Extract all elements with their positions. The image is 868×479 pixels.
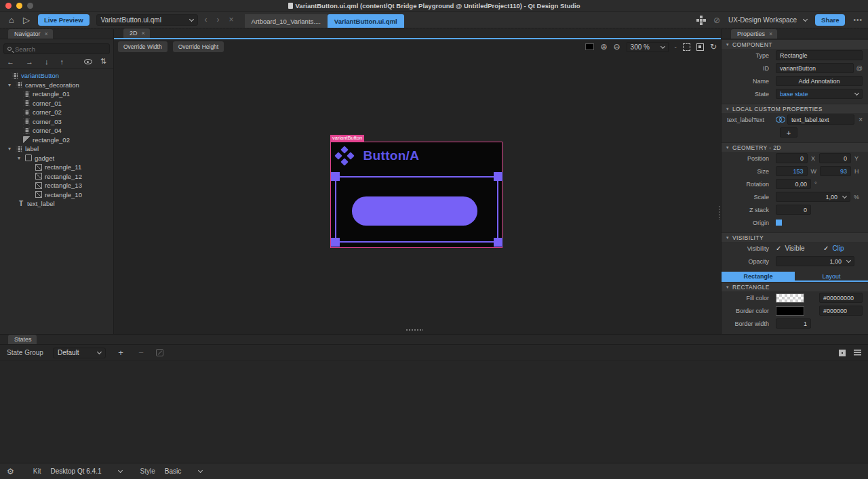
background-color-swatch[interactable]: [585, 43, 594, 50]
position-x-field[interactable]: 0: [776, 153, 808, 163]
tree-item-corner-03[interactable]: corner_03: [0, 117, 113, 127]
more-options-icon[interactable]: •••: [853, 16, 863, 24]
tree-item-text-label[interactable]: Ttext_label: [0, 199, 113, 209]
remove-property-icon[interactable]: ×: [859, 116, 863, 123]
move-down-icon[interactable]: ↓: [45, 58, 49, 66]
tab-2d[interactable]: 2D ×: [123, 28, 150, 38]
add-state-group-icon[interactable]: +: [115, 348, 126, 358]
button-background-rectangle[interactable]: [352, 196, 477, 226]
fit-screen-icon[interactable]: [683, 43, 690, 51]
override-width-button[interactable]: Override Width: [118, 41, 167, 52]
workspace-dropdown[interactable]: UX-Design Workspace: [728, 16, 807, 24]
tree-item-rectangle-10[interactable]: rectangle_10: [0, 190, 113, 200]
zoom-in-icon[interactable]: ⊕: [600, 42, 607, 51]
tree-item-canvas-decoration[interactable]: ▾canvas_decoration: [0, 81, 113, 90]
style-dropdown[interactable]: Basic: [165, 467, 202, 475]
artboard-variantbutton[interactable]: Button/A: [330, 142, 502, 248]
splitter-handle[interactable]: [406, 329, 423, 331]
tree-item-rectangle-13[interactable]: rectangle_13: [0, 181, 113, 190]
tree-item-rectangle-11[interactable]: rectangle_11: [0, 163, 113, 172]
tab-artboard-10-variants[interactable]: Artboard_10_Variants....: [245, 14, 328, 28]
visibility-eye-icon[interactable]: [84, 59, 92, 64]
list-view-icon[interactable]: [854, 350, 861, 356]
remove-state-group-icon[interactable]: −: [136, 348, 146, 358]
button-text-label[interactable]: Button/A: [363, 148, 420, 163]
border-color-hex-field[interactable]: #000000: [819, 306, 863, 316]
splitter-handle[interactable]: [718, 205, 720, 220]
tree-item-rectangle-01[interactable]: rectangle_01: [0, 89, 113, 99]
tree-item-gadget[interactable]: ▾gadget: [0, 154, 113, 163]
tree-item-corner-04[interactable]: corner_04: [0, 126, 113, 136]
sort-icon[interactable]: ⇅: [100, 57, 106, 66]
annotation-at-icon[interactable]: @: [856, 65, 863, 72]
rename-state-group-icon[interactable]: [156, 349, 163, 356]
add-annotation-button[interactable]: Add Annotation: [776, 76, 863, 86]
tree-item-corner-02[interactable]: corner_02: [0, 108, 113, 117]
resize-handle[interactable]: [331, 172, 340, 181]
zoom-level-dropdown[interactable]: 300 %: [627, 42, 669, 52]
back-button[interactable]: ‹: [205, 15, 208, 24]
properties-tab[interactable]: Properties ×: [731, 29, 777, 39]
resize-handle[interactable]: [331, 238, 340, 247]
border-color-swatch[interactable]: [776, 306, 804, 316]
position-y-field[interactable]: 0: [819, 153, 851, 163]
zstack-field[interactable]: 0: [776, 205, 811, 215]
caret-down-icon[interactable]: ▾: [18, 155, 22, 161]
resize-handle[interactable]: [494, 172, 502, 181]
section-rectangle[interactable]: ▾RECTANGLE: [722, 282, 868, 291]
artboard-tag[interactable]: variantButton: [330, 135, 364, 142]
override-height-button[interactable]: Override Height: [173, 41, 224, 52]
caret-down-icon[interactable]: ▾: [8, 146, 13, 152]
tree-item-variantbutton[interactable]: variantButton: [0, 71, 113, 81]
rotation-field[interactable]: 0,00: [776, 179, 811, 189]
kit-dropdown[interactable]: Desktop Qt 6.4.1: [50, 467, 122, 475]
transform-tool-icon[interactable]: [700, 19, 703, 22]
close-icon[interactable]: ×: [45, 30, 48, 37]
clip-checkbox[interactable]: ✓Clip: [823, 245, 844, 252]
disabled-icon[interactable]: ⊘: [713, 16, 720, 25]
binding-link-icon[interactable]: [776, 117, 785, 123]
scale-dropdown[interactable]: 1,00: [776, 192, 850, 202]
close-document-button[interactable]: ×: [229, 15, 234, 24]
navigator-tab[interactable]: Navigator ×: [8, 29, 53, 39]
state-group-dropdown[interactable]: Default: [53, 348, 106, 358]
tree-item-rectangle-02[interactable]: rectangle_02: [0, 136, 113, 145]
subtab-rectangle[interactable]: Rectangle: [722, 272, 795, 280]
size-h-field[interactable]: 93: [820, 166, 852, 176]
move-up-icon[interactable]: ↑: [60, 58, 64, 66]
forward-button[interactable]: ›: [217, 15, 220, 24]
caret-down-icon[interactable]: ▾: [8, 82, 13, 88]
size-w-field[interactable]: 153: [776, 166, 808, 176]
tree-item-corner-01[interactable]: corner_01: [0, 99, 113, 108]
subtab-layout[interactable]: Layout: [795, 272, 868, 280]
border-width-field[interactable]: 1: [776, 318, 811, 329]
reset-view-icon[interactable]: ↻: [710, 42, 717, 51]
design-canvas[interactable]: variantButton Button/A: [114, 54, 721, 333]
section-geometry-2d[interactable]: ▾GEOMETRY - 2D: [722, 142, 868, 152]
origin-selector[interactable]: [776, 220, 782, 226]
add-property-button[interactable]: +: [780, 127, 797, 138]
binding-expression-field[interactable]: text_label.text: [787, 114, 854, 125]
tree-item-rectangle-12[interactable]: rectangle_12: [0, 172, 113, 182]
live-preview-button[interactable]: Live Preview: [38, 14, 90, 26]
open-document-dropdown[interactable]: VariantButton.ui.qml: [96, 14, 198, 26]
run-icon[interactable]: ▷: [19, 15, 34, 25]
tree-item-label[interactable]: ▾label: [0, 144, 113, 154]
id-field[interactable]: variantButton: [776, 63, 854, 73]
home-icon[interactable]: ⌂: [4, 15, 19, 25]
section-visibility[interactable]: ▾VISIBILITY: [722, 232, 868, 242]
close-icon[interactable]: ×: [142, 30, 145, 37]
grid-view-icon[interactable]: [839, 350, 846, 356]
opacity-dropdown[interactable]: 1,00: [776, 256, 854, 266]
search-input[interactable]: [15, 45, 106, 53]
close-icon[interactable]: ×: [769, 30, 772, 37]
resize-handle[interactable]: [494, 238, 502, 247]
tab-variantbutton-ui-qml[interactable]: VariantButton.ui.qml: [328, 14, 404, 28]
fill-color-swatch[interactable]: [776, 293, 804, 303]
gear-icon[interactable]: ⚙: [7, 467, 14, 476]
states-tab[interactable]: States: [8, 335, 37, 344]
zoom-out-icon[interactable]: ⊖: [614, 42, 620, 51]
share-button[interactable]: Share: [815, 14, 845, 26]
section-local-custom-properties[interactable]: ▾LOCAL CUSTOM PROPERTIES: [722, 104, 868, 113]
move-left-icon[interactable]: ←: [7, 58, 14, 66]
